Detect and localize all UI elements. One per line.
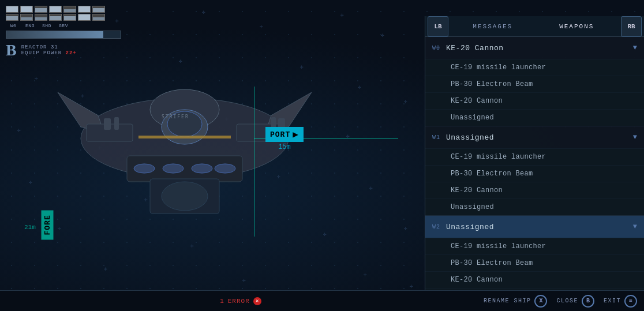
hud-label-eng: ENG [23,23,38,28]
weapon-option-ke20-w0[interactable]: KE-20 Cannon [425,92,644,109]
bar-group-6 [78,6,91,21]
weapons-list[interactable]: W0 KE-20 Cannon ▼ CE-19 missile launcher… [425,37,644,293]
bar-7 [49,6,62,13]
weapon-slot-id-w1: W1 [432,134,446,141]
error-badge: 1 ERROR ✕ [220,297,261,305]
cross-marker: ✛ [58,225,61,232]
weapon-group-w2: W2 Unassigned ▼ CE-19 missile launcher P… [425,216,644,293]
weapon-option-pb30-w0[interactable]: PB-30 Electron Beam [425,76,644,92]
port-line-vertical [254,87,254,237]
cross-marker: ✛ [104,265,107,272]
cross-marker: ✛ [144,196,148,203]
weapon-group-w0: W0 KE-20 Cannon ▼ CE-19 missile launcher… [425,37,644,126]
cross-marker: ✛ [29,179,32,186]
close-button[interactable]: CLOSE B [556,295,594,308]
chevron-down-icon-w2: ▼ [633,223,637,231]
tab-lb-button[interactable]: LB [428,16,448,37]
weapon-option-ke20-w2[interactable]: KE-20 Cannon [425,271,644,288]
weapon-header-w2[interactable]: W2 Unassigned ▼ [425,216,644,238]
weapon-options-w2: CE-19 missile launcher PB-30 Electron Be… [425,238,644,293]
weapons-panel: LB MESSAGES WEAPONS RB W0 KE-20 Cannon ▼… [425,16,644,293]
cross-marker: ✛ [410,283,413,290]
weapon-group-w1: W1 Unassigned ▼ CE-19 missile launcher P… [425,126,644,216]
cross-marker: ✛ [98,144,102,151]
bar-2 [6,14,18,21]
close-label: CLOSE [556,298,578,304]
chevron-down-icon-w1: ▼ [633,133,637,141]
fore-distance: 21m [24,224,36,231]
weapon-options-w0: CE-19 missile launcher PB-30 Electron Be… [425,59,644,126]
rename-ship-btn-icon[interactable]: X [534,295,547,308]
cross-marker: ✛ [202,9,205,16]
weapon-option-ce19-w0[interactable]: CE-19 missile launcher [425,59,644,76]
fore-label-area: FORE [42,210,54,239]
bar-5 [35,6,47,13]
weapon-option-pb30-w1[interactable]: PB-30 Electron Beam [425,165,644,182]
hud-b-icon: B [6,41,17,59]
chevron-down-icon-w0: ▼ [633,44,637,52]
cross-marker: ✛ [323,231,327,238]
cross-marker: ✛ [300,63,304,70]
weapon-name-w2: Unassigned [446,223,633,231]
cross-marker: ✛ [404,225,407,232]
error-dot-icon: ✕ [253,297,261,305]
weapon-option-ke20-w1[interactable]: KE-20 Cannon [425,182,644,198]
bar-13 [92,6,105,13]
bar-group-5 [63,6,76,21]
bar-1 [6,6,18,13]
weapon-name-w1: Unassigned [446,133,633,142]
tab-weapons-label[interactable]: WEAPONS [535,23,619,30]
weapon-options-w1: CE-19 missile launcher PB-30 Electron Be… [425,148,644,215]
hud-equip-power-label: EQUIP POWER 22+ [21,50,77,56]
port-distance: 15m [265,143,304,151]
weapon-option-unassigned-w0[interactable]: Unassigned [425,109,644,126]
bar-group-3 [35,6,47,21]
weapon-header-w1[interactable]: W1 Unassigned ▼ [425,126,644,148]
weapon-slot-id-w2: W2 [432,224,446,230]
hud-reactor-label: REACTOR 31 [21,44,77,50]
bar-group-1 [6,6,18,21]
port-box: PORT ▶ [265,127,304,142]
bar-9 [63,6,76,13]
cross-marker: ✛ [81,92,84,99]
weapon-option-ce19-w2[interactable]: CE-19 missile launcher [425,238,644,254]
bar-group-7 [92,6,105,21]
tab-messages-label[interactable]: MESSAGES [451,23,535,30]
close-btn-icon[interactable]: B [582,295,594,308]
cross-marker: ✛ [179,58,182,65]
panel-tab-bar: LB MESSAGES WEAPONS RB [425,16,644,37]
rename-ship-button[interactable]: RENAME SHIP X [484,295,548,308]
bar-group-2 [20,6,33,21]
error-count: 1 [220,298,224,305]
cross-marker: ✛ [242,277,246,284]
cross-marker: ✛ [340,12,344,18]
exit-label: EXIT [604,298,621,304]
cross-marker: ✛ [404,98,407,105]
weapon-option-pb30-w2[interactable]: PB-30 Electron Beam [425,254,644,271]
cross-marker: ✛ [35,75,38,82]
hud-bars [6,6,121,21]
rename-ship-label: RENAME SHIP [484,298,531,304]
hud-overlay: W0 ENG SHD GRV B REACTOR 31 EQUIP POWER … [6,6,121,59]
exit-button[interactable]: EXIT ≡ [604,295,637,308]
cross-marker: ✛ [190,242,194,249]
bottom-action-bar: 1 ERROR ✕ RENAME SHIP X CLOSE B EXIT ≡ [0,290,644,311]
hud-label-shd: SHD [39,23,54,28]
hud-bottom-info: B REACTOR 31 EQUIP POWER 22+ [6,41,121,59]
bar-3 [20,6,33,13]
weapon-header-w0[interactable]: W0 KE-20 Cannon ▼ [425,37,644,59]
cross-marker: ✛ [277,173,280,180]
hud-stats: REACTOR 31 EQUIP POWER 22+ [21,44,77,56]
weapon-option-ce19-w1[interactable]: CE-19 missile launcher [425,148,644,165]
hud-label-w0: W0 [6,23,21,28]
cross-marker: ✛ [364,271,367,278]
port-label-area: PORT ▶ 15m [265,127,304,151]
exit-btn-icon[interactable]: ≡ [624,295,637,308]
bar-11 [78,6,91,13]
bar-6 [35,14,47,21]
port-arrow-icon: ▶ [293,129,299,140]
cross-marker: ✛ [260,23,263,30]
weapon-option-unassigned-w1[interactable]: Unassigned [425,198,644,215]
weapon-name-w0: KE-20 Cannon [446,44,633,53]
tab-rb-button[interactable]: RB [621,16,642,37]
